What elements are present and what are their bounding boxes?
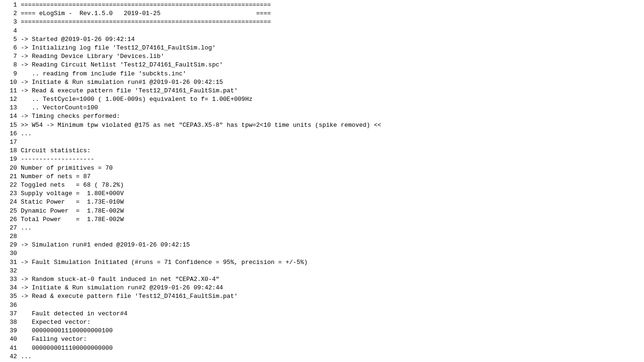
line-number: 21 (4, 173, 17, 181)
line-number: 19 (4, 155, 17, 164)
line-content: ========================================… (21, 1, 271, 9)
log-line: 9 .. reading from include file 'subckts.… (4, 70, 640, 78)
log-line: 19-------------------- (4, 155, 640, 164)
line-number: 25 (4, 207, 17, 215)
line-number: 15 (4, 121, 17, 130)
line-number: 20 (4, 164, 17, 173)
line-number: 14 (4, 112, 17, 121)
line-number: 31 (4, 258, 17, 267)
line-content: Static Power = 1.73E-010W (21, 198, 124, 206)
line-content: Circuit statistics: (21, 147, 91, 155)
log-line: 5-> Started @2019-01-26 09:42:14 (4, 35, 640, 44)
line-number: 4 (4, 27, 17, 35)
log-line: 41 0000000011100000000000 (4, 344, 640, 353)
line-content: Fault detected in vector#4 (21, 310, 127, 318)
log-line: 2==== eLogSim - Rev.1.5.0 2019-01-25 ===… (4, 9, 640, 18)
line-content: -> Fault Simulation Initiated (#runs = 7… (21, 258, 308, 267)
line-number: 6 (4, 44, 17, 52)
line-number: 27 (4, 224, 17, 232)
line-content: Total Power = 1.78E-002W (21, 215, 124, 224)
line-content: -> Reading Device Library 'Devices.lib' (21, 52, 164, 61)
log-line: 34-> Initiate & Run simulation run#2 @20… (4, 284, 640, 292)
line-number: 33 (4, 275, 17, 284)
line-number: 30 (4, 249, 17, 258)
log-line: 15>> W54 -> Minimum tpw violated @175 as… (4, 121, 640, 130)
line-content: Number of primitives = 70 (21, 164, 113, 173)
log-line: 13 .. VectorCount=100 (4, 104, 640, 112)
line-number: 9 (4, 70, 17, 78)
line-number: 17 (4, 138, 17, 147)
line-content: ... (21, 224, 32, 232)
log-line: 27... (4, 224, 640, 232)
log-line: 31-> Fault Simulation Initiated (#runs =… (4, 258, 640, 267)
line-content: Failing vector: (21, 335, 87, 344)
log-line: 11-> Read & execute pattern file 'Test12… (4, 87, 640, 95)
line-content: ... (21, 130, 32, 138)
log-line: 4 (4, 27, 640, 35)
line-number: 8 (4, 61, 17, 69)
line-content: Number of nets = 87 (21, 173, 91, 181)
line-number: 7 (4, 52, 17, 61)
line-number: 28 (4, 232, 17, 241)
line-content: .. TestCycle=1000 ( 1.00E-009s) equivale… (21, 95, 252, 104)
line-content: .. reading from include file 'subckts.in… (21, 70, 186, 78)
log-line: 25Dynamic Power = 1.78E-002W (4, 207, 640, 215)
log-line: 33-> Random stuck-at-0 fault induced in … (4, 275, 640, 284)
log-line: 14-> Timing checks performed: (4, 112, 640, 121)
log-line: 20Number of primitives = 70 (4, 164, 640, 173)
log-line: 16... (4, 130, 640, 138)
log-line: 21Number of nets = 87 (4, 173, 640, 181)
log-line: 38 Expected vector: (4, 318, 640, 327)
line-number: 13 (4, 104, 17, 112)
line-number: 22 (4, 181, 17, 189)
log-line: 6-> Initializing log file 'Test12_D74161… (4, 44, 640, 52)
line-number: 18 (4, 147, 17, 155)
line-content: -> Initializing log file 'Test12_D74161_… (21, 44, 215, 52)
log-line: 30 (4, 249, 640, 258)
line-number: 5 (4, 35, 17, 44)
line-content: -> Reading Circuit Netlist 'Test12_D7416… (21, 61, 223, 69)
line-number: 34 (4, 284, 17, 292)
log-line: 37 Fault detected in vector#4 (4, 310, 640, 318)
line-number: 35 (4, 292, 17, 301)
log-line: 26Total Power = 1.78E-002W (4, 215, 640, 224)
line-content: -------------------- (21, 155, 94, 164)
line-content: -> Initiate & Run simulation run#1 @2019… (21, 78, 223, 87)
log-line: 42... (4, 353, 640, 361)
log-line: 10-> Initiate & Run simulation run#1 @20… (4, 78, 640, 87)
line-number: 24 (4, 198, 17, 206)
line-content: -> Simulation run#1 ended @2019-01-26 09… (21, 241, 190, 249)
line-number: 42 (4, 353, 17, 361)
log-line: 3=======================================… (4, 18, 640, 26)
line-number: 10 (4, 78, 17, 87)
log-line: 23Supply voltage = 1.80E+000V (4, 189, 640, 198)
line-content: ========================================… (21, 18, 271, 26)
line-content: Toggled nets = 68 ( 78.2%) (21, 181, 124, 189)
line-number: 41 (4, 344, 17, 353)
line-number: 29 (4, 241, 17, 249)
line-number: 40 (4, 335, 17, 344)
line-number: 39 (4, 327, 17, 335)
line-number: 36 (4, 301, 17, 310)
line-content: Supply voltage = 1.80E+000V (21, 189, 124, 198)
line-content: -> Timing checks performed: (21, 112, 120, 121)
line-content: ... (21, 353, 32, 361)
log-line: 36 (4, 301, 640, 310)
line-number: 16 (4, 130, 17, 138)
line-number: 23 (4, 189, 17, 198)
line-content: -> Started @2019-01-26 09:42:14 (21, 35, 135, 44)
line-content: -> Read & execute pattern file 'Test12_D… (21, 87, 238, 95)
log-line: 8-> Reading Circuit Netlist 'Test12_D741… (4, 61, 640, 69)
line-content: Expected vector: (21, 318, 91, 327)
log-line: 22Toggled nets = 68 ( 78.2%) (4, 181, 640, 189)
line-number: 1 (4, 1, 17, 9)
line-number: 37 (4, 310, 17, 318)
line-content: .. VectorCount=100 (21, 104, 98, 112)
line-content: -> Read & execute pattern file 'Test12_D… (21, 292, 238, 301)
line-content: 0000000011100000000000 (21, 344, 113, 353)
log-line: 17 (4, 138, 640, 147)
log-line: 35-> Read & execute pattern file 'Test12… (4, 292, 640, 301)
line-number: 38 (4, 318, 17, 327)
line-content: -> Random stuck-at-0 fault induced in ne… (21, 275, 219, 284)
line-content: 0000000011100000000100 (21, 327, 113, 335)
